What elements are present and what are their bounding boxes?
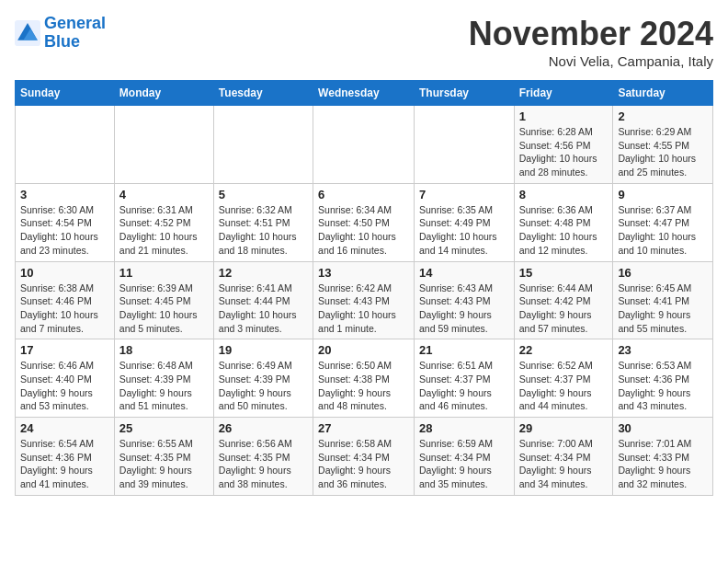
day-info: Sunrise: 6:28 AM Sunset: 4:56 PM Dayligh…: [519, 125, 609, 179]
calendar-table: SundayMondayTuesdayWednesdayThursdayFrid…: [15, 80, 713, 496]
day-info: Sunrise: 6:58 AM Sunset: 4:34 PM Dayligh…: [318, 437, 409, 491]
calendar-week-row: 1Sunrise: 6:28 AM Sunset: 4:56 PM Daylig…: [16, 106, 713, 184]
calendar-cell: 12Sunrise: 6:41 AM Sunset: 4:44 PM Dayli…: [213, 261, 313, 339]
day-number: 23: [618, 343, 708, 357]
day-info: Sunrise: 6:37 AM Sunset: 4:47 PM Dayligh…: [618, 203, 708, 258]
calendar-cell: 14Sunrise: 6:43 AM Sunset: 4:43 PM Dayli…: [414, 261, 514, 339]
calendar-cell: 11Sunrise: 6:39 AM Sunset: 4:45 PM Dayli…: [114, 261, 213, 339]
calendar-cell: 26Sunrise: 6:56 AM Sunset: 4:35 PM Dayli…: [213, 418, 313, 496]
calendar-cell: 7Sunrise: 6:35 AM Sunset: 4:49 PM Daylig…: [414, 183, 514, 261]
day-info: Sunrise: 6:45 AM Sunset: 4:41 PM Dayligh…: [618, 282, 708, 336]
day-info: Sunrise: 6:59 AM Sunset: 4:34 PM Dayligh…: [419, 437, 509, 491]
calendar-cell: 24Sunrise: 6:54 AM Sunset: 4:36 PM Dayli…: [16, 418, 115, 496]
day-number: 7: [419, 188, 509, 201]
day-number: 5: [219, 188, 308, 201]
calendar-cell: 17Sunrise: 6:46 AM Sunset: 4:40 PM Dayli…: [16, 339, 115, 418]
calendar-week-row: 3Sunrise: 6:30 AM Sunset: 4:54 PM Daylig…: [16, 183, 713, 261]
day-info: Sunrise: 6:38 AM Sunset: 4:46 PM Dayligh…: [20, 282, 109, 336]
day-info: Sunrise: 6:35 AM Sunset: 4:49 PM Dayligh…: [419, 203, 509, 258]
calendar-cell: [114, 106, 213, 184]
day-header-friday: Friday: [514, 81, 613, 106]
day-number: 21: [419, 343, 509, 357]
calendar-cell: 15Sunrise: 6:44 AM Sunset: 4:42 PM Dayli…: [514, 261, 613, 339]
day-number: 25: [119, 421, 209, 435]
day-info: Sunrise: 6:41 AM Sunset: 4:44 PM Dayligh…: [219, 282, 308, 336]
day-info: Sunrise: 6:49 AM Sunset: 4:39 PM Dayligh…: [219, 359, 308, 413]
day-number: 26: [219, 421, 308, 435]
day-number: 9: [618, 188, 708, 201]
day-number: 30: [618, 421, 708, 435]
calendar-cell: 1Sunrise: 6:28 AM Sunset: 4:56 PM Daylig…: [514, 106, 613, 184]
day-info: Sunrise: 6:43 AM Sunset: 4:43 PM Dayligh…: [419, 282, 509, 336]
day-number: 10: [20, 266, 109, 280]
day-number: 19: [219, 343, 308, 357]
calendar-cell: [16, 106, 115, 184]
day-number: 14: [419, 266, 509, 280]
day-header-saturday: Saturday: [613, 81, 713, 106]
day-info: Sunrise: 6:44 AM Sunset: 4:42 PM Dayligh…: [519, 282, 609, 336]
calendar-cell: 18Sunrise: 6:48 AM Sunset: 4:39 PM Dayli…: [114, 339, 213, 418]
day-number: 29: [519, 421, 609, 435]
title-area: November 2024 Novi Velia, Campania, Ital…: [469, 15, 713, 69]
day-number: 16: [618, 266, 708, 280]
day-number: 24: [20, 421, 109, 435]
day-number: 27: [318, 421, 409, 435]
day-info: Sunrise: 6:55 AM Sunset: 4:35 PM Dayligh…: [119, 437, 209, 491]
day-number: 6: [318, 188, 409, 201]
day-info: Sunrise: 6:34 AM Sunset: 4:50 PM Dayligh…: [318, 203, 409, 258]
day-info: Sunrise: 6:51 AM Sunset: 4:37 PM Dayligh…: [419, 359, 509, 413]
day-info: Sunrise: 6:30 AM Sunset: 4:54 PM Dayligh…: [20, 203, 109, 258]
day-header-tuesday: Tuesday: [213, 81, 313, 106]
day-number: 12: [219, 266, 308, 280]
day-info: Sunrise: 6:52 AM Sunset: 4:37 PM Dayligh…: [519, 359, 609, 413]
calendar-cell: 21Sunrise: 6:51 AM Sunset: 4:37 PM Dayli…: [414, 339, 514, 418]
calendar-cell: [414, 106, 514, 184]
day-number: 22: [519, 343, 609, 357]
calendar-cell: 30Sunrise: 7:01 AM Sunset: 4:33 PM Dayli…: [613, 418, 713, 496]
day-info: Sunrise: 6:53 AM Sunset: 4:36 PM Dayligh…: [618, 359, 708, 413]
day-number: 8: [519, 188, 609, 201]
calendar-cell: 29Sunrise: 7:00 AM Sunset: 4:34 PM Dayli…: [514, 418, 613, 496]
calendar-cell: 22Sunrise: 6:52 AM Sunset: 4:37 PM Dayli…: [514, 339, 613, 418]
day-number: 17: [20, 343, 109, 357]
calendar-cell: 10Sunrise: 6:38 AM Sunset: 4:46 PM Dayli…: [16, 261, 115, 339]
day-info: Sunrise: 6:32 AM Sunset: 4:51 PM Dayligh…: [219, 203, 308, 258]
calendar-header-row: SundayMondayTuesdayWednesdayThursdayFrid…: [16, 81, 713, 106]
calendar-cell: 4Sunrise: 6:31 AM Sunset: 4:52 PM Daylig…: [114, 183, 213, 261]
day-number: 13: [318, 266, 409, 280]
calendar-cell: 3Sunrise: 6:30 AM Sunset: 4:54 PM Daylig…: [16, 183, 115, 261]
logo-line2: Blue: [44, 32, 80, 51]
day-number: 3: [20, 188, 109, 201]
calendar-cell: 19Sunrise: 6:49 AM Sunset: 4:39 PM Dayli…: [213, 339, 313, 418]
day-header-monday: Monday: [114, 81, 213, 106]
calendar-cell: [313, 106, 415, 184]
day-info: Sunrise: 6:36 AM Sunset: 4:48 PM Dayligh…: [519, 203, 609, 258]
day-number: 11: [119, 266, 209, 280]
calendar-cell: 25Sunrise: 6:55 AM Sunset: 4:35 PM Dayli…: [114, 418, 213, 496]
calendar-cell: 6Sunrise: 6:34 AM Sunset: 4:50 PM Daylig…: [313, 183, 415, 261]
month-title: November 2024: [469, 15, 713, 53]
calendar-week-row: 24Sunrise: 6:54 AM Sunset: 4:36 PM Dayli…: [16, 418, 713, 496]
calendar-cell: [213, 106, 313, 184]
logo-line1: General: [44, 14, 106, 32]
logo-text: General Blue: [44, 15, 106, 52]
calendar-cell: 8Sunrise: 6:36 AM Sunset: 4:48 PM Daylig…: [514, 183, 613, 261]
day-info: Sunrise: 6:56 AM Sunset: 4:35 PM Dayligh…: [219, 437, 308, 491]
day-header-sunday: Sunday: [16, 81, 115, 106]
page-header: General Blue November 2024 Novi Velia, C…: [15, 15, 713, 69]
calendar-cell: 27Sunrise: 6:58 AM Sunset: 4:34 PM Dayli…: [313, 418, 415, 496]
day-info: Sunrise: 6:50 AM Sunset: 4:38 PM Dayligh…: [318, 359, 409, 413]
day-info: Sunrise: 6:29 AM Sunset: 4:55 PM Dayligh…: [618, 125, 708, 179]
location-subtitle: Novi Velia, Campania, Italy: [469, 53, 713, 69]
day-header-wednesday: Wednesday: [313, 81, 415, 106]
day-info: Sunrise: 7:00 AM Sunset: 4:34 PM Dayligh…: [519, 437, 609, 491]
calendar-cell: 5Sunrise: 6:32 AM Sunset: 4:51 PM Daylig…: [213, 183, 313, 261]
day-info: Sunrise: 6:42 AM Sunset: 4:43 PM Dayligh…: [318, 282, 409, 336]
calendar-cell: 9Sunrise: 6:37 AM Sunset: 4:47 PM Daylig…: [613, 183, 713, 261]
calendar-cell: 28Sunrise: 6:59 AM Sunset: 4:34 PM Dayli…: [414, 418, 514, 496]
day-info: Sunrise: 6:39 AM Sunset: 4:45 PM Dayligh…: [119, 282, 209, 336]
calendar-week-row: 17Sunrise: 6:46 AM Sunset: 4:40 PM Dayli…: [16, 339, 713, 418]
day-info: Sunrise: 6:48 AM Sunset: 4:39 PM Dayligh…: [119, 359, 209, 413]
day-info: Sunrise: 6:46 AM Sunset: 4:40 PM Dayligh…: [20, 359, 109, 413]
day-info: Sunrise: 6:31 AM Sunset: 4:52 PM Dayligh…: [119, 203, 209, 258]
